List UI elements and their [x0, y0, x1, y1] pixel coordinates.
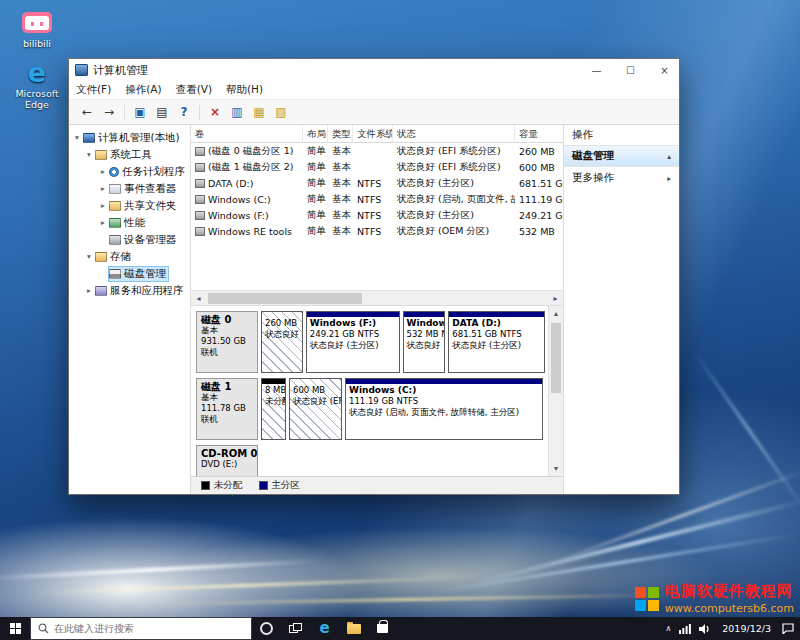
tree-item-device-manager[interactable]: 设备管理器 — [69, 231, 190, 248]
tray-chevron-up-icon[interactable]: ∧ — [665, 624, 671, 633]
cortana-button[interactable] — [252, 617, 281, 640]
chevron-expanded-icon[interactable]: ▾ — [72, 133, 82, 142]
volume-row[interactable]: Windows RE tools 简单 基本 NTFS 状态良好 (OEM 分区… — [191, 223, 563, 239]
taskbar-spacer — [397, 617, 659, 640]
volume-row[interactable]: (磁盘 1 磁盘分区 2) 简单 基本 状态良好 (EFI 系统分区) 600 … — [191, 159, 563, 175]
watermark-title: 电脑软硬件教程网 — [665, 582, 794, 601]
help-icon[interactable]: ? — [174, 102, 194, 122]
actions-pane: 操作 磁盘管理 ▴ 更多操作 ▸ — [564, 125, 679, 494]
volume-status: 状态良好 (OEM 分区) — [393, 223, 515, 239]
wallpaper-streak — [691, 349, 800, 515]
actions-group-disk-management[interactable]: 磁盘管理 ▴ — [564, 146, 679, 167]
tree-item-task-scheduler[interactable]: ▸ 任务计划程序 — [69, 163, 190, 180]
tree-item-computer-management[interactable]: ▾ 计算机管理(本地) — [69, 129, 190, 146]
refresh-icon[interactable]: ▥ — [227, 102, 247, 122]
computer-management-window: 计算机管理 — ☐ × 文件(F) 操作(A) 查看(V) 帮助(H) ← → … — [68, 58, 680, 495]
scroll-down-icon[interactable]: ▾ — [549, 461, 563, 476]
volume-row[interactable]: Windows (C:) 简单 基本 NTFS 状态良好 (启动, 页面文件, … — [191, 191, 563, 207]
delete-volume-icon[interactable]: × — [205, 102, 225, 122]
taskbar-clock[interactable]: 2019/12/3 — [719, 623, 774, 634]
scrollbar-track[interactable] — [549, 321, 563, 461]
partition-windows-c[interactable]: Windows (C:) 111.19 GB NTFS 状态良好 (启动, 页面… — [345, 378, 543, 440]
properties-icon[interactable]: ▤ — [152, 102, 172, 122]
partition-status: 状态良好 (主分区) — [452, 340, 541, 351]
partition-windows-re[interactable]: Windows RE tools 532 MB NTFS 状态良好 — [403, 311, 446, 373]
menu-help[interactable]: 帮助(H) — [219, 83, 270, 97]
taskbar-search[interactable] — [30, 617, 252, 640]
chevron-collapsed-icon[interactable]: ▸ — [98, 218, 108, 227]
chevron-collapsed-icon[interactable]: ▸ — [98, 167, 108, 176]
tree-item-disk-management[interactable]: 磁盘管理 — [69, 265, 190, 282]
desktop-icon-bilibili[interactable]: bilibili — [6, 8, 68, 49]
more-actions-label: 更多操作 — [572, 171, 614, 185]
chevron-up-icon[interactable]: ▴ — [667, 152, 671, 161]
tree-item-storage[interactable]: ▾ 存储 — [69, 248, 190, 265]
chevron-expanded-icon[interactable]: ▾ — [84, 150, 94, 159]
partition-efi[interactable]: 260 MB 状态良好 (EFI 系统分区) — [261, 311, 303, 373]
column-type[interactable]: 类型 — [328, 125, 353, 143]
tree-item-event-viewer[interactable]: ▸ 事件查看器 — [69, 180, 190, 197]
volume-icon — [195, 163, 205, 172]
volume-icon[interactable] — [699, 624, 711, 634]
column-filesystem[interactable]: 文件系统 — [353, 125, 393, 143]
taskbar-edge-button[interactable]: e — [310, 617, 339, 640]
start-button[interactable] — [0, 617, 30, 640]
action-center-icon[interactable] — [782, 623, 794, 634]
maximize-button[interactable]: ☐ — [616, 59, 645, 81]
volume-fs: NTFS — [353, 223, 393, 239]
close-button[interactable]: × — [650, 59, 679, 81]
menu-action[interactable]: 操作(A) — [118, 83, 168, 97]
partition-status: 状态良好 (启动, 页面文件, 故障转储, 主分区) — [349, 407, 539, 418]
tree-item-shared-folders[interactable]: ▸ 共享文件夹 — [69, 197, 190, 214]
chevron-expanded-icon[interactable]: ▾ — [84, 252, 94, 261]
scrollbar-track[interactable] — [206, 291, 548, 305]
tree-item-system-tools[interactable]: ▾ 系统工具 — [69, 146, 190, 163]
column-capacity[interactable]: 容量 — [515, 125, 563, 143]
scrollbar-thumb[interactable] — [208, 293, 362, 304]
chevron-right-icon[interactable]: ▸ — [667, 174, 671, 183]
search-input[interactable] — [54, 623, 244, 634]
menu-view[interactable]: 查看(V) — [169, 83, 219, 97]
scroll-left-icon[interactable]: ◂ — [191, 294, 206, 303]
folder-icon[interactable]: ▧ — [271, 102, 291, 122]
partition-windows-f[interactable]: Windows (F:) 249.21 GB NTFS 状态良好 (主分区) — [306, 311, 400, 373]
chevron-collapsed-icon[interactable]: ▸ — [84, 286, 94, 295]
menu-file[interactable]: 文件(F) — [69, 83, 118, 97]
chevron-collapsed-icon[interactable]: ▸ — [98, 184, 108, 193]
store-bag-icon — [377, 624, 388, 633]
disk-label[interactable]: CD-ROM 0 DVD (E:) — [196, 445, 258, 476]
disk-label[interactable]: 磁盘 0 基本 931.50 GB 联机 — [196, 311, 258, 373]
volume-layout: 简单 — [303, 207, 328, 223]
partition-data-d[interactable]: DATA (D:) 681.51 GB NTFS 状态良好 (主分区) — [448, 311, 545, 373]
store-button[interactable] — [368, 617, 397, 640]
column-volume[interactable]: 卷 — [191, 125, 303, 143]
task-view-button[interactable] — [281, 617, 310, 640]
tree-item-services-applications[interactable]: ▸ 服务和应用程序 — [69, 282, 190, 299]
vertical-scrollbar[interactable]: ▴ ▾ — [548, 306, 563, 476]
folder-icon[interactable]: ▦ — [249, 102, 269, 122]
minimize-button[interactable]: — — [582, 59, 611, 81]
column-layout[interactable]: 布局 — [303, 125, 328, 143]
tree-item-performance[interactable]: ▸ 性能 — [69, 214, 190, 231]
column-status[interactable]: 状态 — [393, 125, 515, 143]
volume-row[interactable]: Windows (F:) 简单 基本 NTFS 状态良好 (主分区) 249.2… — [191, 207, 563, 223]
partition-unallocated[interactable]: 8 MB 未分配 — [261, 378, 286, 440]
network-icon[interactable] — [679, 624, 691, 634]
desktop-icon-edge[interactable]: e Microsoft Edge — [6, 58, 68, 110]
volume-status: 状态良好 (EFI 系统分区) — [393, 143, 515, 159]
task-view-icon — [289, 623, 302, 634]
scroll-right-icon[interactable]: ▸ — [548, 294, 563, 303]
back-icon[interactable]: ← — [77, 102, 97, 122]
file-explorer-button[interactable] — [339, 617, 368, 640]
show-console-tree-icon[interactable]: ▣ — [130, 102, 150, 122]
partition-efi[interactable]: 600 MB 状态良好 (EFI 系统分区) — [289, 378, 342, 440]
disk-label[interactable]: 磁盘 1 基本 111.78 GB 联机 — [196, 378, 258, 440]
volume-row[interactable]: DATA (D:) 简单 基本 NTFS 状态良好 (主分区) 681.51 G… — [191, 175, 563, 191]
horizontal-scrollbar[interactable]: ◂ ▸ — [191, 290, 563, 305]
scrollbar-thumb[interactable] — [551, 323, 561, 393]
volume-row[interactable]: (磁盘 0 磁盘分区 1) 简单 基本 状态良好 (EFI 系统分区) 260 … — [191, 143, 563, 159]
more-actions[interactable]: 更多操作 ▸ — [564, 167, 679, 189]
scroll-up-icon[interactable]: ▴ — [549, 306, 563, 321]
forward-icon[interactable]: → — [99, 102, 119, 122]
chevron-collapsed-icon[interactable]: ▸ — [98, 201, 108, 210]
